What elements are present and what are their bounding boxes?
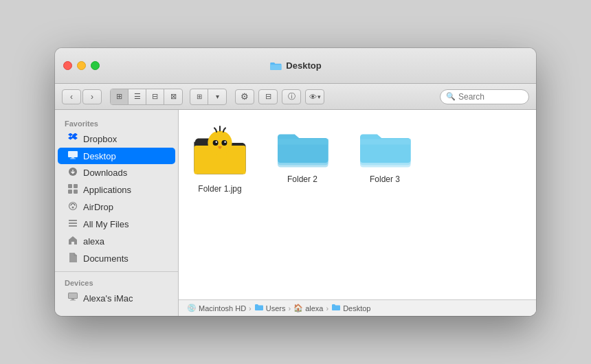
applications-icon [67, 184, 78, 196]
sidebar-item-desktop[interactable]: Desktop [58, 148, 175, 164]
view-list-button[interactable]: ☰ [129, 89, 146, 104]
title-folder-icon [269, 61, 282, 71]
sidebar-item-documents-label: Documents [83, 253, 129, 264]
favorites-section-title: Favorites [55, 117, 178, 130]
coverflow-icon: ⊠ [170, 92, 177, 101]
back-button[interactable]: ‹ [62, 89, 81, 104]
svg-rect-14 [69, 293, 77, 298]
file-item-folder1-label: Folder 1.jpg [198, 184, 241, 194]
arrange-button[interactable]: ⊞ [190, 89, 208, 104]
sidebar-item-airdrop-label: AirDrop [83, 202, 113, 212]
all-files-icon [67, 218, 78, 230]
svg-point-18 [208, 130, 232, 155]
window-title-area: Desktop [269, 60, 321, 71]
arrange-dropdown-button[interactable]: ▾ [208, 89, 226, 104]
file-item-folder2[interactable]: Folder 2 [275, 124, 330, 184]
view-column-button[interactable]: ⊟ [146, 89, 164, 104]
folder3-icon [357, 124, 412, 169]
svg-rect-1 [71, 157, 74, 159]
file-area: Folder 1.jpg Folder 2 [179, 110, 536, 299]
breadcrumb-macintosh-hd[interactable]: 💿 Macintosh HD [187, 304, 246, 312]
sidebar-item-documents[interactable]: Documents [58, 250, 175, 267]
svg-point-9 [72, 207, 74, 209]
forward-button[interactable]: › [82, 89, 102, 104]
eye-button[interactable]: 👁 ▾ [305, 89, 324, 104]
breadcrumb-desktop[interactable]: Desktop [331, 304, 370, 312]
sidebar-divider [55, 271, 178, 272]
search-input[interactable] [458, 92, 523, 102]
svg-rect-11 [69, 223, 77, 224]
sidebar-item-downloads[interactable]: Downloads [58, 164, 175, 181]
file-item-folder2-label: Folder 2 [287, 174, 317, 184]
breadcrumb-sep-2: › [288, 304, 291, 312]
svg-rect-12 [69, 225, 77, 227]
finder-window: Desktop ‹ › ⊞ ☰ ⊟ ⊠ [55, 48, 536, 316]
svg-rect-16 [70, 300, 76, 301]
eye-icon: 👁 [309, 93, 317, 101]
duck-folder-icon [192, 124, 247, 179]
trash-icon: ⊟ [265, 92, 271, 101]
alexa-home-icon: 🏠 [293, 304, 303, 312]
search-icon: 🔍 [446, 92, 456, 101]
sidebar-item-downloads-label: Downloads [83, 168, 127, 178]
sidebar: Favorites Dropbox Desktop Down [55, 110, 179, 316]
sidebar-item-alexas-imac[interactable]: Alexa's iMac [58, 290, 175, 306]
sidebar-item-alexa[interactable]: alexa [58, 233, 175, 250]
titlebar: Desktop [55, 48, 536, 84]
desktop-breadcrumb-icon [331, 304, 341, 312]
info-button[interactable]: ⓘ [282, 89, 301, 104]
delete-button[interactable]: ⊟ [258, 89, 278, 104]
svg-rect-0 [68, 151, 78, 157]
sidebar-item-dropbox[interactable]: Dropbox [58, 130, 175, 148]
svg-point-21 [216, 141, 217, 143]
home-icon [67, 236, 78, 247]
view-icon-button[interactable]: ⊞ [111, 89, 129, 104]
sidebar-item-all-my-files[interactable]: All My Files [58, 216, 175, 233]
view-coverflow-button[interactable]: ⊠ [164, 89, 182, 104]
column-icon: ⊟ [152, 92, 158, 101]
sidebar-item-alexa-label: alexa [83, 236, 104, 247]
view-buttons: ⊞ ☰ ⊟ ⊠ [110, 89, 183, 105]
breadcrumb-sep-1: › [249, 304, 252, 312]
svg-point-19 [213, 140, 219, 146]
nav-buttons: ‹ › [62, 89, 102, 104]
sidebar-item-airdrop[interactable]: AirDrop [58, 198, 175, 216]
breadcrumb-alexa[interactable]: 🏠 alexa [293, 304, 323, 312]
sidebar-item-applications[interactable]: Applications [58, 181, 175, 198]
main-area: Favorites Dropbox Desktop Down [55, 110, 536, 316]
svg-rect-6 [68, 190, 72, 194]
close-button[interactable] [63, 61, 72, 70]
sidebar-item-desktop-label: Desktop [83, 151, 116, 161]
hd-icon: 💿 [187, 304, 197, 312]
breadcrumb: 💿 Macintosh HD › Users › 🏠 alexa › [179, 299, 536, 316]
maximize-button[interactable] [91, 61, 100, 70]
svg-point-20 [221, 140, 227, 146]
file-item-folder3[interactable]: Folder 3 [357, 124, 412, 184]
list-icon: ☰ [134, 92, 141, 101]
downloads-icon [67, 167, 78, 179]
dropbox-icon [67, 133, 78, 145]
toolbar: ‹ › ⊞ ☰ ⊟ ⊠ ⊞ ▾ [55, 84, 536, 110]
file-item-folder1[interactable]: Folder 1.jpg [192, 124, 247, 194]
search-box[interactable]: 🔍 [440, 89, 529, 104]
arrange-icon: ⊞ [197, 93, 202, 100]
minimize-button[interactable] [77, 61, 86, 70]
computer-icon [67, 293, 78, 304]
svg-rect-5 [74, 184, 78, 188]
chevron-icon: ▾ [317, 93, 321, 100]
devices-section-title: Devices [55, 276, 178, 290]
content-area: Folder 1.jpg Folder 2 [179, 110, 536, 316]
action-button[interactable]: ⚙ [235, 89, 254, 104]
svg-point-22 [224, 141, 225, 143]
svg-rect-7 [74, 190, 78, 194]
sidebar-item-alexas-imac-label: Alexa's iMac [83, 293, 133, 304]
users-folder-icon [254, 304, 264, 312]
info-icon: ⓘ [288, 91, 296, 102]
breadcrumb-users[interactable]: Users [254, 304, 286, 312]
folder2-icon [275, 124, 330, 169]
sidebar-item-all-files-label: All My Files [83, 219, 129, 229]
sidebar-item-applications-label: Applications [83, 185, 131, 195]
gear-icon: ⚙ [241, 91, 249, 102]
arrange-buttons: ⊞ ▾ [190, 89, 227, 105]
back-icon: ‹ [70, 92, 73, 102]
